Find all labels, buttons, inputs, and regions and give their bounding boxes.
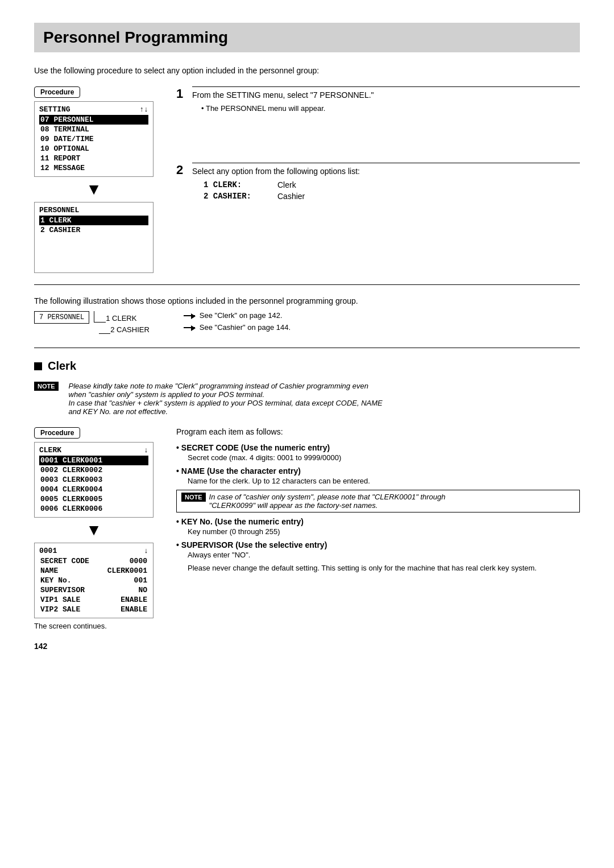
screen1-row-2: 10 OPTIONAL [39,144,148,154]
page-number: 142 [34,642,580,651]
option0-value: Clerk [277,180,296,189]
s4r1-value: CLERK0001 [106,566,148,576]
screen3-arrow: ↓ [144,446,148,454]
item2-title: • KEY No. (Use the numeric entry) [176,517,580,526]
item3-title: • SUPERVISOR (Use the selective entry) [176,540,580,549]
step-2: 2 Select any option from the following o… [176,163,580,205]
step2-option-0: 1 CLERK: Clerk [204,180,580,189]
item1-title: • NAME (Use the character entry) [176,466,580,476]
screen1-row-1: 09 DATE/TIME [39,134,148,144]
screen3-row-2: 0004 CLERK0004 [39,485,148,494]
ref1-text: See "Cashier" on page 144. [200,323,291,332]
s4r2-value: 001 [133,576,148,585]
s4r5-label: VIP2 SALE [39,605,81,614]
divider-2 [34,348,580,348]
arrow-down-1: ▼ [34,180,154,199]
screen3-row-3: 0005 CLERK0005 [39,494,148,504]
section-marker [34,362,42,370]
right-col-2: Program each item as follows: • SECRET C… [176,427,580,577]
arrow-right-1 [184,327,195,328]
screen2-row-0: 2 CASHIER [39,225,148,235]
procedure-section-1: Procedure SETTING ↑↓ 07 PERSONNEL 08 TER… [34,86,580,273]
step2-option-1: 2 CASHIER: Cashier [204,192,580,201]
screen3-highlighted: 0001 CLERK0001 [39,456,148,465]
intro-text: Use the following procedure to select an… [34,66,580,75]
step1-text: From the SETTING menu, select "7 PERSONN… [192,90,580,100]
item0-title: • SECRET CODE (Use the numeric entry) [176,443,580,452]
left-col-1: Procedure SETTING ↑↓ 07 PERSONNEL 08 TER… [34,86,154,273]
step2-text: Select any option from the following opt… [192,167,580,176]
s4r1-label: NAME [39,566,59,576]
tree-item-1: 2 CASHIER [110,325,150,334]
s4r0-label: SECRET CODE [39,556,90,566]
step-1: 1 From the SETTING menu, select "7 PERSO… [176,86,580,117]
screen-1: SETTING ↑↓ 07 PERSONNEL 08 TERMINAL 09 D… [34,101,154,177]
screen3-header: CLERK [39,446,61,454]
note-section-1: NOTE Please kindly take note to make "Cl… [34,382,580,416]
diagram-box: 7 PERSONNEL [34,311,89,324]
right-col-1: 1 From the SETTING menu, select "7 PERSO… [176,86,580,205]
option1-code: 2 CASHIER: [204,192,260,201]
screen-3: CLERK ↓ 0001 CLERK0001 0002 CLERK0002 00… [34,442,154,518]
screen4-header: 0001 [39,547,57,555]
note-text-2: In case of "cashier only system", please… [209,493,446,510]
tree-item-0: 1 CLERK [106,314,136,323]
screen3-row-0: 0002 CLERK0002 [39,465,148,475]
program-text: Program each item as follows: [176,427,580,436]
procedure-label-1: Procedure [34,86,80,98]
screen1-header: SETTING [39,105,70,114]
procedure-label-2: Procedure [34,427,80,439]
screen-2: PERSONNEL 1 CLERK 2 CASHIER [34,202,154,273]
screen3-row-1: 0003 CLERK0003 [39,475,148,485]
ref0-text: See "Clerk" on page 142. [200,311,283,320]
continues-text: The screen continues. [34,622,580,630]
item3-desc2: Please never change the default setting.… [188,564,580,572]
screen2-header: PERSONNEL [39,206,79,214]
clerk-title: Clerk [34,359,580,373]
item2-desc: Key number (0 through 255) [188,527,580,536]
illustration-text: The following illustration shows those o… [34,296,580,305]
step1-number: 1 [176,88,192,100]
divider-1 [34,284,580,285]
arrow-right-0 [184,315,195,316]
note-text-1: Please kindly take note to make "Clerk" … [69,382,580,416]
s4r3-label: SUPERVISOR [39,585,86,595]
screen-4: 0001 ↓ SECRET CODE 0000 NAME CLERK0001 K… [34,543,154,618]
item0-desc: Secret code (max. 4 digits: 0001 to 9999… [188,453,580,462]
screen1-row-3: 11 REPORT [39,154,148,163]
illustration-section: The following illustration shows those o… [34,296,580,334]
s4r5-value: ENABLE [119,605,148,614]
s4r4-label: VIP1 SALE [39,595,81,605]
screen4-arrow: ↓ [144,547,148,555]
diagram-left: 7 PERSONNEL 1 CLERK 2 CASHIER [34,311,150,334]
screen1-row-4: 12 MESSAGE [39,163,148,173]
s4r3-value: NO [137,585,148,595]
diagram-right: See "Clerk" on page 142. See "Cashier" o… [184,311,291,332]
step2-number: 2 [176,164,192,176]
step1-bullet: • The PERSONNEL menu will appear. [201,104,580,113]
s4r2-label: KEY No. [39,576,73,585]
arrow-down-2: ▼ [34,521,154,539]
diagram-ref-1: See "Cashier" on page 144. [184,323,291,332]
screen1-arrows: ↑↓ [139,105,148,114]
s4r4-value: ENABLE [119,595,148,605]
option1-value: Cashier [277,192,305,201]
left-col-2: Procedure CLERK ↓ 0001 CLERK0001 0002 CL… [34,427,154,618]
diagram-ref-0: See "Clerk" on page 142. [184,311,291,320]
item3-desc1: Always enter "NO". [188,551,580,559]
screen1-row-0: 08 TERMINAL [39,125,148,134]
s4r0-value: 0000 [128,556,148,566]
page-title: Personnel Programming [34,23,580,52]
clerk-section: Clerk NOTE Please kindly take note to ma… [34,359,580,630]
note-label-2: NOTE [181,493,206,502]
screen1-highlighted: 07 PERSONNEL [39,115,148,125]
item1-desc: Name for the clerk. Up to 12 characters … [188,477,580,485]
note-label-1: NOTE [34,382,59,391]
note-section-2: NOTE In case of "cashier only system", p… [176,490,580,512]
screen2-highlighted: 1 CLERK [39,216,148,225]
screen3-row-4: 0006 CLERK0006 [39,504,148,514]
option0-code: 1 CLERK: [204,180,260,189]
